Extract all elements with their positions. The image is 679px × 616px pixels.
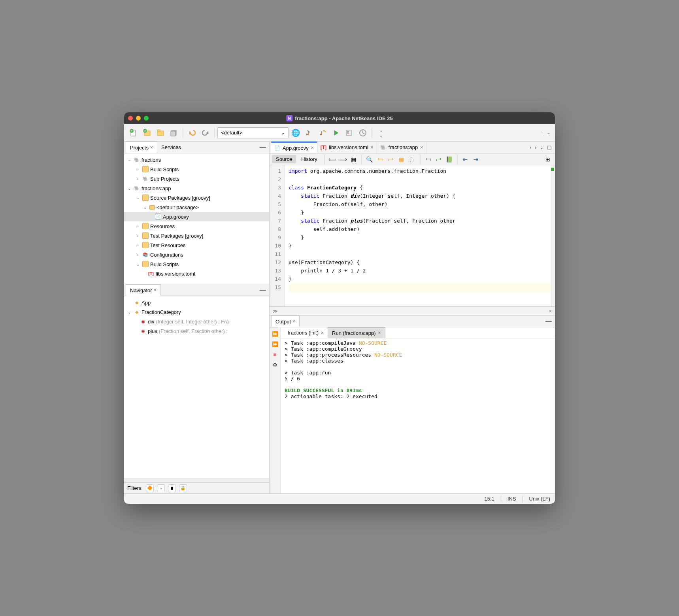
toggle-bookmark-button[interactable]: 📗 [445, 155, 454, 164]
tree-item-sub-projects[interactable]: ›🐘Sub Projects [124, 174, 269, 183]
find-button[interactable]: 🔍 [365, 155, 374, 164]
filter-fields-button[interactable]: 🔶 [146, 484, 154, 492]
profile-button[interactable] [356, 127, 369, 139]
save-all-button[interactable] [168, 127, 180, 139]
minimize-button[interactable] [136, 116, 141, 121]
svg-text:+: + [144, 129, 146, 133]
new-project-button[interactable]: + [141, 127, 153, 139]
tree-item-source-packages[interactable]: ⌄Source Packages [groovy] [124, 193, 269, 202]
source-view-button[interactable]: Source [272, 155, 296, 163]
expand-icon[interactable]: ≫ [273, 308, 278, 314]
next-match-button[interactable]: ⮣ [386, 155, 396, 164]
run-button[interactable] [330, 127, 342, 139]
toolbar-menu-button[interactable]: ⋮ ⌄ [539, 127, 552, 139]
close-breadcrumb-icon[interactable]: × [549, 308, 552, 314]
tree-item-default-package[interactable]: ⌄<default package> [124, 202, 269, 212]
line-endings[interactable]: Unix (LF) [529, 496, 550, 502]
tree-item-test-packages[interactable]: ›Test Packages [groovy] [124, 231, 269, 240]
title-text: fractions:app - Apache NetBeans IDE 25 [295, 115, 392, 121]
nav-item-fraction-category[interactable]: ⌄◆FractionCategory [124, 307, 269, 317]
redo-button[interactable] [199, 127, 212, 139]
config-combo[interactable]: <default> ⌄ [217, 127, 289, 138]
tree-item-fractions-app[interactable]: ⌄🐘fractions:app [124, 183, 269, 193]
nav-item-plus[interactable]: ◉plus(Fraction self, Fraction other) : [124, 326, 269, 336]
tree-item-resources[interactable]: ›Resources [124, 221, 269, 231]
scroll-right-icon[interactable]: › [535, 144, 536, 150]
editor-area: 📄 App.groovy × [T] libs.versions.toml × … [270, 142, 555, 316]
output-subtab-run[interactable]: Run (fractions:app) × [328, 327, 385, 338]
tab-output[interactable]: Output × [271, 316, 300, 327]
filter-inherited-button[interactable]: 🔒 [179, 484, 187, 492]
maximize-button[interactable] [144, 116, 149, 121]
close-icon[interactable]: × [371, 145, 373, 150]
tree-item-app-groovy[interactable]: 📄App.groovy [124, 212, 269, 221]
settings-button[interactable]: ⚙ [271, 361, 279, 368]
selection-button[interactable]: ⬚ [407, 155, 417, 164]
build-button[interactable] [303, 127, 315, 139]
tree-item-test-resources[interactable]: ›Test Resources [124, 240, 269, 250]
shift-left-button[interactable]: ⇤ [460, 155, 470, 164]
editor-tab-libs-toml[interactable]: [T] libs.versions.toml × [317, 142, 377, 153]
tab-navigator[interactable]: Navigator × [126, 284, 161, 296]
scroll-track[interactable] [124, 478, 269, 482]
open-button[interactable] [154, 127, 167, 139]
stop-button[interactable]: ■ [271, 350, 279, 358]
tree-item-configurations[interactable]: ›📚Configurations [124, 250, 269, 259]
dropdown-icon[interactable]: ⌄ [539, 144, 544, 150]
close-button[interactable] [128, 116, 133, 121]
console-output[interactable]: > Task :app:compileJava NO-SOURCE> Task … [281, 338, 555, 493]
svg-rect-6 [157, 131, 164, 136]
history-view-button[interactable]: History [297, 155, 321, 163]
filter-nonpublic-button[interactable]: ▮ [168, 484, 176, 492]
minimize-icon[interactable]: — [260, 144, 266, 151]
filter-static-button[interactable]: ▫ [157, 484, 165, 492]
code-content[interactable]: import org.apache.commons.numbers.fracti… [285, 165, 551, 306]
highlight-button[interactable]: ▦ [397, 155, 406, 164]
output-subtab-init[interactable]: fractions (init) × [284, 327, 328, 338]
insert-mode[interactable]: INS [507, 496, 516, 502]
rerun-all-button[interactable]: ⏩ [271, 340, 279, 348]
split-button[interactable]: ⊞ [543, 155, 553, 164]
close-icon[interactable]: × [150, 145, 153, 150]
prev-match-button[interactable]: ⮢ [375, 155, 385, 164]
nav-back-button[interactable]: ⟸ [328, 155, 337, 164]
tab-services[interactable]: Services [157, 142, 185, 153]
nav-item-app[interactable]: ◆App [124, 298, 269, 307]
error-stripe[interactable] [551, 165, 555, 306]
close-icon[interactable]: × [321, 330, 324, 336]
maximize-icon[interactable]: ▢ [547, 144, 552, 150]
nav-fwd-button[interactable]: ⟹ [338, 155, 348, 164]
tree-item-build-scripts[interactable]: ›Build Scripts [124, 164, 269, 174]
prev-bookmark-button[interactable]: ⮢ [423, 155, 433, 164]
tree-item-fractions[interactable]: ⌄🐘fractions [124, 155, 269, 164]
overflow-button[interactable]: ⌄⌄ [375, 127, 387, 139]
minimize-icon[interactable]: — [545, 318, 552, 325]
project-tree[interactable]: ⌄🐘fractions ›Build Scripts ›🐘Sub Project… [124, 153, 269, 284]
rerun-button[interactable]: ⏩ [271, 330, 279, 338]
navigator-tree[interactable]: ◆App ⌄◆FractionCategory ◉div(Integer sel… [124, 296, 269, 478]
minimize-icon[interactable]: — [260, 287, 266, 294]
tree-item-build-scripts-2[interactable]: ⌄Build Scripts [124, 259, 269, 269]
tab-projects[interactable]: Projects × [126, 142, 157, 153]
output-tabs: Output × — [270, 316, 555, 327]
close-icon[interactable]: × [420, 145, 423, 150]
cursor-position[interactable]: 15:1 [485, 496, 494, 502]
browser-button[interactable]: 🌐 [289, 127, 302, 139]
close-icon[interactable]: × [154, 287, 157, 293]
editor-tab-fractions-app[interactable]: 🐘 fractions:app × [377, 142, 426, 153]
tree-item-libs-toml[interactable]: [T]libs.versions.toml [124, 269, 269, 278]
editor-body[interactable]: 123456789101112131415 import org.apache.… [270, 165, 555, 306]
shift-right-button[interactable]: ⇥ [471, 155, 481, 164]
editor-tab-app-groovy[interactable]: 📄 App.groovy × [271, 142, 317, 153]
clean-build-button[interactable] [316, 127, 329, 139]
close-icon[interactable]: × [311, 145, 314, 151]
next-bookmark-button[interactable]: ⮣ [434, 155, 443, 164]
undo-button[interactable] [186, 127, 198, 139]
scroll-left-icon[interactable]: ‹ [530, 144, 531, 150]
close-icon[interactable]: × [292, 319, 295, 324]
last-edit-button[interactable]: ▦ [349, 155, 358, 164]
debug-button[interactable] [343, 127, 356, 139]
nav-item-div[interactable]: ◉div(Integer self, Integer other) : Fra [124, 317, 269, 326]
new-file-button[interactable]: + [127, 127, 140, 139]
close-icon[interactable]: × [378, 330, 381, 336]
